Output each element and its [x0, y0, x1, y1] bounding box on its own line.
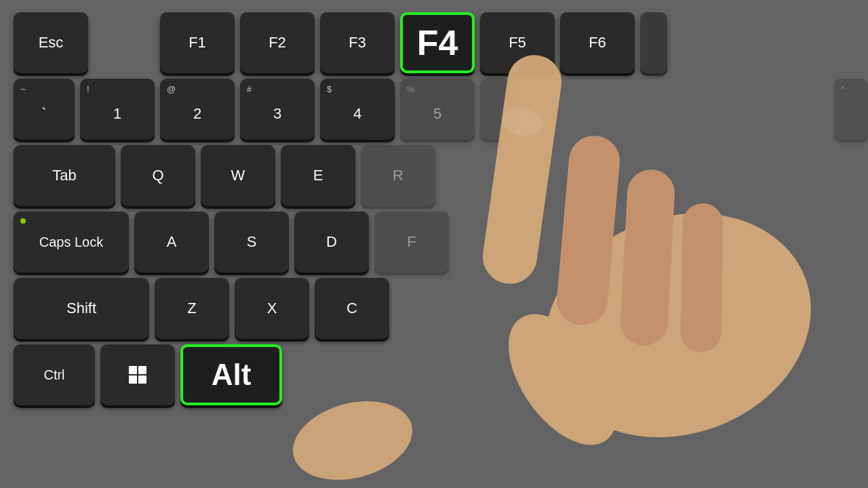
key-tab[interactable]: Tab — [14, 145, 115, 206]
key-w[interactable]: W — [201, 145, 275, 206]
key-r[interactable]: R — [361, 145, 435, 206]
key-3[interactable]: # 3 — [240, 79, 315, 140]
key-asterisk-partial[interactable]: * — [834, 79, 868, 140]
key-a[interactable]: A — [134, 211, 209, 272]
key-shift[interactable]: Shift — [14, 278, 149, 339]
key-alt[interactable]: Alt — [180, 344, 282, 405]
key-f3[interactable]: F3 — [320, 12, 395, 73]
key-f2[interactable]: F2 — [240, 12, 315, 73]
key-1[interactable]: ! 1 — [80, 79, 155, 140]
key-backtick[interactable]: ~ ` — [14, 79, 75, 140]
key-f5[interactable]: F5 — [480, 12, 555, 73]
key-4[interactable]: $ 4 — [320, 79, 395, 140]
key-q[interactable]: Q — [121, 145, 195, 206]
key-esc[interactable]: Esc — [14, 12, 88, 73]
key-ctrl[interactable]: Ctrl — [14, 344, 95, 405]
key-2[interactable]: @ 2 — [160, 79, 235, 140]
key-5[interactable]: % 5 — [400, 79, 475, 140]
key-f7-partial[interactable] — [640, 12, 667, 73]
key-s[interactable]: S — [214, 211, 289, 272]
key-f4[interactable]: F4 — [400, 12, 475, 73]
key-x[interactable]: X — [235, 278, 309, 339]
key-z[interactable]: Z — [155, 278, 229, 339]
caps-lock-led — [20, 218, 26, 224]
key-f6[interactable]: F6 — [560, 12, 635, 73]
key-f1[interactable]: F1 — [160, 12, 235, 73]
key-e[interactable]: E — [281, 145, 355, 206]
key-f[interactable]: F — [374, 211, 449, 272]
key-caps-lock[interactable]: Caps Lock — [14, 211, 129, 272]
keyboard-background: Esc F1 F2 F3 F4 F5 F6 ~ ` ! — [0, 0, 868, 488]
windows-icon — [129, 366, 146, 384]
key-d[interactable]: D — [294, 211, 369, 272]
key-c[interactable]: C — [315, 278, 389, 339]
key-7-partial[interactable] — [480, 79, 514, 140]
key-win[interactable] — [100, 344, 175, 405]
